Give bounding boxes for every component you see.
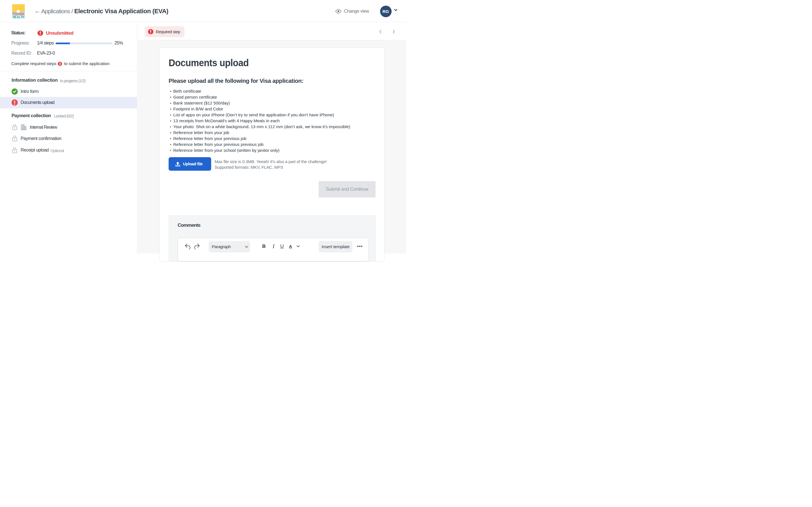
svg-text:HEALTH: HEALTH xyxy=(13,15,24,19)
